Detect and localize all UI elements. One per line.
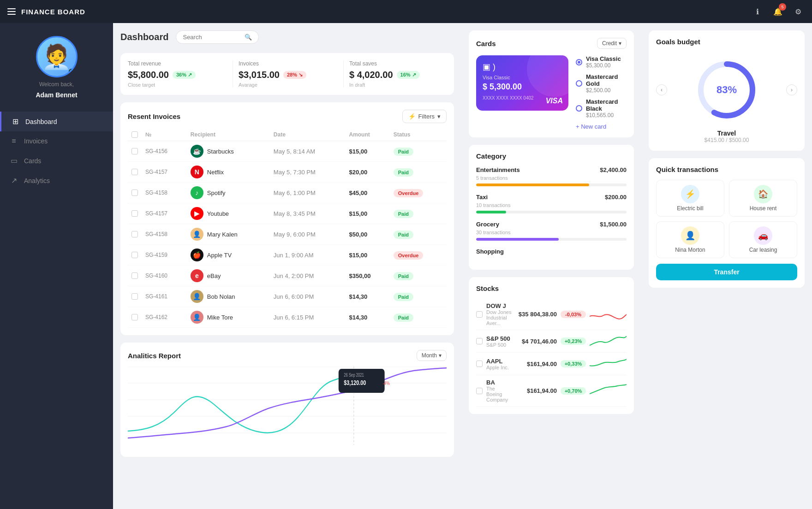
stat-label: Total revenue [128, 60, 225, 67]
app-root: FINANCE BOARD ℹ 🔔 5 ⚙ 🧑‍💼 Welcom back, A… [0, 0, 812, 509]
goals-prev-button[interactable]: ‹ [656, 84, 667, 95]
sidebar-item-analytics[interactable]: ↗ Analytics [0, 171, 113, 190]
stat-total-revenue: Total revenue $5,800.00 36% ↗ Close targ… [128, 60, 233, 88]
table-row: SG-4157 N Netflix May 5, 7:30 PM $20,00 … [128, 162, 447, 183]
goals-next-button[interactable]: › [786, 84, 797, 95]
quick-item-car-leasing[interactable]: 🚗 Car leasing [729, 221, 797, 258]
invoice-status: Overdue [390, 183, 447, 203]
invoice-amount: $15,00 [345, 141, 389, 162]
category-name: Grocery [476, 221, 499, 228]
card-amount: $ 5,300.00 [483, 82, 562, 92]
period-select[interactable]: Month ▾ [417, 350, 447, 361]
quick-item-nina-morton[interactable]: 👤 Nina Morton [656, 221, 724, 258]
invoice-id: SG-4158 [142, 224, 187, 245]
stats-row: Total revenue $5,800.00 36% ↗ Close targ… [120, 53, 454, 95]
new-card-button[interactable]: + New card [576, 123, 627, 130]
invoice-id: SG-4161 [142, 286, 187, 307]
row-checkbox[interactable] [131, 252, 138, 258]
card-option-visa[interactable]: Visa Classic $5,300.00 [576, 55, 627, 69]
stock-row: DOW J Dow Jones Industrial Aver... $35 8… [476, 299, 627, 330]
row-checkbox[interactable] [131, 314, 138, 320]
quick-item-label: House rent [750, 205, 777, 212]
topbar-icons: ℹ 🔔 5 ⚙ [751, 5, 805, 18]
invoice-status: Paid [390, 286, 447, 307]
stat-badge: 36% ↗ [173, 71, 196, 79]
menu-icon[interactable] [7, 8, 16, 15]
table-row: SG-4160 e eBay Jun 4, 2:00 PM $350,00 Pa… [128, 266, 447, 286]
stat-sub: In draft [349, 82, 447, 88]
row-checkbox[interactable] [131, 189, 138, 196]
search-box[interactable]: 🔍 [176, 30, 259, 44]
invoice-amount: $14,30 [345, 307, 389, 328]
category-item: Taxi $200.00 10 transactions [476, 194, 627, 213]
card-name: Visa Classic [483, 75, 562, 80]
radio-mastercard-gold[interactable] [576, 80, 582, 87]
sidebar: 🧑‍💼 Welcom back, Adam Bennet ⊞ Dashboard… [0, 23, 113, 509]
cards-panel: Cards Credit ▾ ▣ ) Visa Classic $ 5,300.… [469, 30, 634, 137]
far-right-panel: Goals budget ‹ 83% › [641, 23, 812, 509]
search-input[interactable] [183, 34, 241, 41]
category-amount: $200.00 [605, 194, 627, 201]
quick-item-electric-bill[interactable]: ⚡ Electric bill [656, 180, 724, 217]
stock-name: The Boeing Company [486, 386, 512, 402]
radio-visa[interactable] [576, 59, 582, 65]
avatar: 🧑‍💼 [36, 36, 78, 77]
sidebar-item-cards[interactable]: ▭ Cards [0, 151, 113, 171]
invoice-status: Paid [390, 307, 447, 328]
radio-mastercard-black[interactable] [576, 105, 582, 112]
invoice-recipient: ☕ Starbucks [187, 141, 270, 162]
category-header: Category [476, 152, 627, 160]
row-checkbox[interactable] [131, 293, 138, 300]
sidebar-item-invoices[interactable]: ≡ Invoices [0, 131, 113, 151]
card-option-mastercard-black[interactable]: Mastercard Black $10,565.00 [576, 98, 627, 118]
stock-checkbox[interactable] [476, 311, 483, 318]
info-icon[interactable]: ℹ [751, 5, 764, 18]
row-checkbox[interactable] [131, 272, 138, 279]
transfer-button[interactable]: Transfer [656, 264, 797, 280]
cards-content: ▣ ) Visa Classic $ 5,300.00 XXXX XXXX XX… [476, 55, 627, 130]
analytics-section: Analitics Report Month ▾ [120, 343, 454, 457]
settings-icon[interactable]: ⚙ [792, 5, 805, 18]
stock-row: AAPL Apple Inc. $161,94.00 +0,33% [476, 353, 627, 375]
stock-change: +0,33% [561, 360, 586, 367]
category-sub: 10 transactions [476, 202, 627, 208]
col-date: Date [270, 129, 346, 141]
invoice-recipient: 👤 Mike Tore [187, 307, 270, 328]
card-option-amount: $10,565.00 [586, 112, 627, 118]
mini-chart [590, 356, 627, 371]
invoice-amount: $45,00 [345, 183, 389, 203]
row-checkbox[interactable] [131, 231, 138, 237]
invoice-amount: $350,00 [345, 266, 389, 286]
quick-item-house-rent[interactable]: 🏠 House rent [729, 180, 797, 217]
visa-logo: VISA [546, 97, 563, 105]
goals-panel: Goals budget ‹ 83% › [649, 30, 805, 151]
invoice-recipient: ▶ Youtube [187, 203, 270, 224]
row-checkbox[interactable] [131, 210, 138, 217]
col-number: № [142, 129, 187, 141]
credit-select[interactable]: Credit ▾ [597, 38, 627, 49]
goals-header: Goals budget [656, 38, 797, 46]
stocks-list: DOW J Dow Jones Industrial Aver... $35 8… [476, 299, 627, 407]
stock-checkbox[interactable] [476, 338, 483, 344]
select-all-checkbox[interactable] [131, 131, 138, 138]
sidebar-item-dashboard[interactable]: ⊞ Dashboard [0, 112, 113, 131]
analytics-icon: ↗ [9, 176, 18, 185]
invoice-amount: $15,00 [345, 245, 389, 266]
search-icon: 🔍 [245, 34, 252, 41]
stat-badge: 16% ↗ [397, 71, 420, 79]
row-checkbox[interactable] [131, 169, 138, 175]
avatar-name: Adam Bennet [36, 91, 77, 99]
invoice-date: Jun 4, 2:00 PM [270, 266, 346, 286]
stat-value: $ 4,020.00 16% ↗ [349, 70, 447, 80]
card-option-mastercard-gold[interactable]: Mastercard Gold $2,500.00 [576, 73, 627, 94]
stock-checkbox[interactable] [476, 361, 483, 367]
filter-button[interactable]: ⚡ Filters ▾ [402, 110, 447, 123]
row-checkbox[interactable] [131, 148, 138, 154]
notifications-icon[interactable]: 🔔 5 [771, 5, 784, 18]
invoice-status: Overdue [390, 245, 447, 266]
stock-checkbox[interactable] [476, 388, 483, 394]
stat-value: $3,015.00 28% ↘ [239, 70, 336, 80]
page-title: Dashboard [120, 32, 168, 42]
invoice-date: May 9, 6:00 PM [270, 224, 346, 245]
invoice-status: Paid [390, 162, 447, 183]
